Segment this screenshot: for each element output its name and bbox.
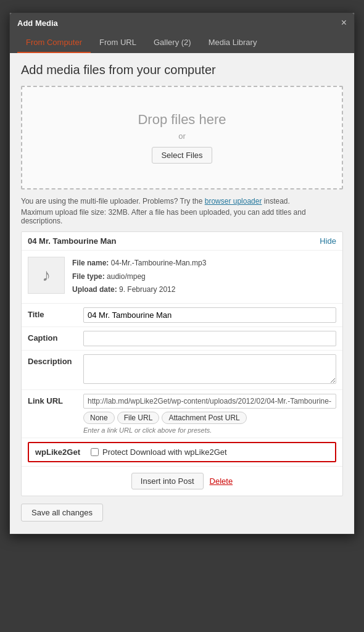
file-details: ♪ File name: 04-Mr.-Tambourine-Man.mp3 F…	[22, 251, 342, 304]
drop-zone[interactable]: Drop files here or Select Files	[21, 86, 343, 189]
file-type-label: File type:	[72, 272, 105, 281]
music-icon: ♪	[42, 265, 51, 285]
wplike-checkbox[interactable]	[91, 448, 99, 456]
wplike-field: Protect Download with wpLike2Get	[91, 447, 227, 457]
insert-into-post-button[interactable]: Insert into Post	[131, 473, 204, 489]
wplike-checkbox-label: Protect Download with wpLike2Get	[102, 447, 227, 457]
file-type-value: audio/mpeg	[107, 272, 146, 281]
file-name-label: File name:	[72, 259, 109, 267]
uploader-info-end: instead.	[262, 197, 289, 206]
delete-button[interactable]: Delete	[210, 473, 233, 489]
caption-field	[83, 331, 336, 346]
hide-link[interactable]: Hide	[320, 236, 336, 246]
attachment-post-url-button[interactable]: Attachment Post URL	[162, 412, 246, 424]
caption-input[interactable]	[83, 331, 336, 346]
uploader-info-text: You are using the multi-file uploader. P…	[21, 197, 205, 206]
add-media-modal: Add Media × From Computer From URL Galle…	[9, 12, 355, 534]
title-row: Title	[22, 304, 342, 327]
title-input[interactable]	[83, 307, 336, 323]
link-url-row: Link URL None File URL Attachment Post U…	[22, 390, 342, 438]
file-thumbnail: ♪	[28, 257, 65, 294]
link-url-input[interactable]	[83, 394, 336, 409]
tab-gallery[interactable]: Gallery (2)	[145, 33, 200, 53]
caption-row: Caption	[22, 327, 342, 351]
file-type-row: File type: audio/mpeg	[72, 270, 206, 284]
max-upload-info: Maximum upload file size: 32MB. After a …	[21, 208, 343, 225]
page-heading: Add media files from your computer	[21, 63, 343, 77]
description-textarea[interactable]	[83, 354, 336, 384]
file-name-row: File name: 04-Mr.-Tambourine-Man.mp3	[72, 257, 206, 270]
drop-or: or	[35, 131, 329, 141]
url-buttons: None File URL Attachment Post URL	[83, 412, 336, 424]
title-label: Title	[28, 307, 83, 319]
none-button[interactable]: None	[83, 412, 115, 424]
url-hint: Enter a link URL or click above for pres…	[83, 426, 336, 434]
action-buttons: Insert into Post Delete	[22, 466, 342, 496]
browser-uploader-link[interactable]: browser uploader	[205, 197, 262, 206]
file-panel: 04 Mr. Tambourine Man Hide ♪ File name: …	[21, 231, 343, 496]
file-panel-header: 04 Mr. Tambourine Man Hide	[22, 232, 342, 251]
file-meta: File name: 04-Mr.-Tambourine-Man.mp3 Fil…	[72, 257, 206, 297]
tab-media-library[interactable]: Media Library	[200, 33, 266, 53]
file-url-button[interactable]: File URL	[117, 412, 160, 424]
description-field	[83, 354, 336, 386]
description-label: Description	[28, 354, 83, 366]
save-all-button[interactable]: Save all changes	[21, 504, 103, 522]
tab-from-computer[interactable]: From Computer	[17, 33, 91, 53]
link-url-label: Link URL	[28, 394, 83, 405]
file-panel-title: 04 Mr. Tambourine Man	[28, 236, 117, 246]
uploader-info: You are using the multi-file uploader. P…	[21, 197, 343, 206]
modal-body: Add media files from your computer Drop …	[10, 53, 354, 534]
upload-date-row: Upload date: 9. February 2012	[72, 283, 206, 297]
tab-from-url[interactable]: From URL	[91, 33, 145, 53]
link-url-field: None File URL Attachment Post URL Enter …	[83, 394, 336, 434]
tab-bar: From Computer From URL Gallery (2) Media…	[10, 33, 354, 53]
modal-title: Add Media	[17, 19, 58, 28]
wplike-label: wpLike2Get	[35, 447, 91, 457]
upload-date-value: 9. February 2012	[119, 285, 175, 294]
description-row: Description	[22, 351, 342, 390]
file-name-value: 04-Mr.-Tambourine-Man.mp3	[111, 259, 207, 267]
select-files-button[interactable]: Select Files	[152, 147, 212, 164]
upload-date-label: Upload date:	[72, 285, 117, 294]
modal-titlebar: Add Media ×	[10, 13, 354, 33]
title-field	[83, 307, 336, 323]
drop-text: Drop files here	[35, 112, 329, 128]
close-button[interactable]: ×	[341, 18, 347, 28]
wplike-row: wpLike2Get Protect Download with wpLike2…	[28, 442, 336, 462]
caption-label: Caption	[28, 331, 83, 343]
